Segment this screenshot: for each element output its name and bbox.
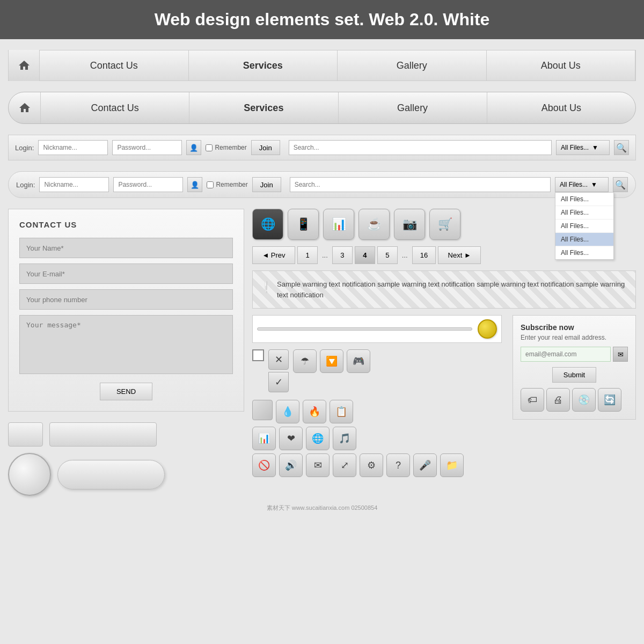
remember-checkbox-2[interactable] bbox=[207, 181, 214, 188]
nickname-input-1[interactable] bbox=[38, 140, 108, 155]
icon-document[interactable]: 📋 bbox=[330, 400, 353, 423]
page-16[interactable]: 16 bbox=[412, 246, 436, 264]
home-button-2[interactable] bbox=[9, 92, 41, 124]
nav2-services[interactable]: Services bbox=[189, 92, 338, 124]
nav2-contact[interactable]: Contact Us bbox=[41, 92, 189, 124]
icon-music[interactable]: 🎵 bbox=[333, 427, 356, 450]
checkbox-empty[interactable] bbox=[252, 349, 264, 361]
files-select-2[interactable]: All Files... ▼ bbox=[555, 177, 609, 192]
icon-refresh[interactable]: 🔄 bbox=[598, 388, 621, 412]
prev-button[interactable]: ◄ Prev bbox=[252, 246, 295, 264]
nav1-services[interactable]: Services bbox=[189, 50, 338, 81]
small-icons-section: ✕ ✓ ☂ 🔽 🎮 💧 bbox=[252, 349, 502, 477]
phone-field[interactable] bbox=[19, 289, 233, 310]
nickname-input-2[interactable] bbox=[39, 177, 109, 192]
icon-gamepad[interactable]: 🎮 bbox=[347, 349, 370, 373]
subscribe-email-icon[interactable]: ✉ bbox=[613, 347, 628, 362]
nav2-gallery[interactable]: Gallery bbox=[339, 92, 487, 124]
dropdown-item-1[interactable]: All Files... bbox=[555, 193, 613, 206]
icon-grid-3: 📊 ❤ 🌐 🎵 bbox=[252, 427, 502, 450]
pill-button[interactable] bbox=[57, 460, 165, 489]
icon-bar-chart[interactable]: 📊 bbox=[252, 427, 276, 450]
join-button-2[interactable]: Join bbox=[252, 177, 281, 192]
join-button-1[interactable]: Join bbox=[251, 140, 280, 155]
dropdown-item-5[interactable]: All Files... bbox=[555, 246, 613, 259]
search-button-1[interactable]: 🔍 bbox=[614, 140, 629, 155]
page-dots-1: ... bbox=[320, 247, 330, 264]
media-progress-bar[interactable] bbox=[257, 327, 472, 331]
icon-print[interactable]: 🖨 bbox=[546, 388, 570, 412]
email-field[interactable] bbox=[19, 264, 233, 284]
icon-tag[interactable]: 🏷 bbox=[521, 388, 544, 412]
nav1-contact[interactable]: Contact Us bbox=[40, 50, 189, 81]
page-1[interactable]: 1 bbox=[297, 246, 318, 264]
files-select-1[interactable]: All Files... ▼ bbox=[556, 140, 610, 155]
left-panel: CONTACT US SEND bbox=[8, 209, 244, 496]
square-button-1[interactable] bbox=[8, 422, 43, 447]
icon-disc[interactable]: 💿 bbox=[572, 388, 596, 412]
icon-mic[interactable]: 🎤 bbox=[413, 453, 437, 477]
search-input-1[interactable] bbox=[289, 140, 552, 155]
icon-square-dark[interactable] bbox=[252, 400, 273, 420]
rect-button-1[interactable] bbox=[49, 422, 157, 447]
icon-btn-phone[interactable]: 📱 bbox=[288, 209, 319, 240]
name-field[interactable] bbox=[19, 238, 233, 258]
check-button[interactable]: ✓ bbox=[268, 372, 289, 392]
icon-btn-camera[interactable]: 📷 bbox=[394, 209, 425, 240]
icon-sliders[interactable]: ⚙ bbox=[360, 453, 383, 477]
remember-checkbox-1[interactable] bbox=[206, 144, 213, 151]
subscribe-email-row: ✉ bbox=[521, 347, 628, 362]
send-button[interactable]: SEND bbox=[100, 383, 152, 400]
icon-heart[interactable]: ❤ bbox=[279, 427, 303, 450]
icon-chevron-down[interactable]: 🔽 bbox=[320, 349, 343, 373]
close-button[interactable]: ✕ bbox=[268, 349, 289, 370]
btn-row-2 bbox=[8, 453, 244, 496]
submit-button[interactable]: Submit bbox=[552, 367, 596, 383]
search-button-2[interactable]: 🔍 bbox=[613, 177, 628, 192]
next-button[interactable]: Next ► bbox=[438, 246, 481, 264]
files-dropdown-icon-1: ▼ bbox=[592, 144, 598, 151]
icon-mail[interactable]: ✉ bbox=[306, 453, 330, 477]
checkbox-group: ✕ ✓ bbox=[252, 349, 289, 392]
media-play-button[interactable] bbox=[478, 319, 497, 339]
page-5[interactable]: 5 bbox=[377, 246, 398, 264]
dropdown-item-3[interactable]: All Files... bbox=[555, 219, 613, 233]
password-input-2[interactable] bbox=[113, 177, 183, 192]
icon-folder[interactable]: 📁 bbox=[440, 453, 464, 477]
button-showcase bbox=[8, 422, 244, 496]
icon-btn-globe[interactable]: 🌐 bbox=[252, 209, 283, 240]
icon-ban[interactable]: 🚫 bbox=[252, 453, 276, 477]
dropdown-item-2[interactable]: All Files... bbox=[555, 206, 613, 219]
icon-umbrella[interactable]: ☂ bbox=[293, 349, 317, 373]
icon-globe[interactable]: 🌐 bbox=[306, 427, 330, 450]
subscribe-email-input[interactable] bbox=[521, 347, 611, 362]
icon-btn-cart[interactable]: 🛒 bbox=[429, 209, 460, 240]
nav1-gallery[interactable]: Gallery bbox=[338, 50, 487, 81]
icon-btn-coffee[interactable]: ☕ bbox=[358, 209, 390, 240]
search-input-2[interactable] bbox=[290, 177, 551, 192]
warning-box: ❕ Sample warning text notification sampl… bbox=[252, 270, 636, 309]
home-button-1[interactable] bbox=[9, 50, 40, 81]
dropdown-item-4[interactable]: All Files... bbox=[555, 233, 613, 246]
files-select-label-2: All Files... bbox=[560, 181, 588, 188]
remember-group-1: Remember bbox=[206, 144, 246, 151]
icon-btn-chart[interactable]: 📊 bbox=[323, 209, 354, 240]
media-player bbox=[252, 315, 502, 343]
page-3[interactable]: 3 bbox=[332, 246, 353, 264]
icon-question[interactable]: ? bbox=[386, 453, 410, 477]
nav-bar-2: Contact Us Services Gallery About Us bbox=[8, 92, 636, 124]
check-x-col: ✕ ✓ bbox=[268, 349, 289, 392]
nav1-about[interactable]: About Us bbox=[487, 50, 636, 81]
page-4[interactable]: 4 bbox=[355, 246, 375, 264]
icon-drop[interactable]: 💧 bbox=[276, 400, 299, 423]
circle-button[interactable] bbox=[8, 453, 51, 496]
icon-volume[interactable]: 🔊 bbox=[279, 453, 303, 477]
remember-label-2: Remember bbox=[216, 181, 247, 188]
icon-expand[interactable]: ⤢ bbox=[333, 453, 356, 477]
user-icon-2[interactable]: 👤 bbox=[187, 177, 202, 192]
icon-flame[interactable]: 🔥 bbox=[303, 400, 326, 423]
password-input-1[interactable] bbox=[112, 140, 182, 155]
message-field[interactable] bbox=[19, 315, 233, 374]
nav2-about[interactable]: About Us bbox=[487, 92, 635, 124]
user-icon-1[interactable]: 👤 bbox=[186, 140, 201, 155]
